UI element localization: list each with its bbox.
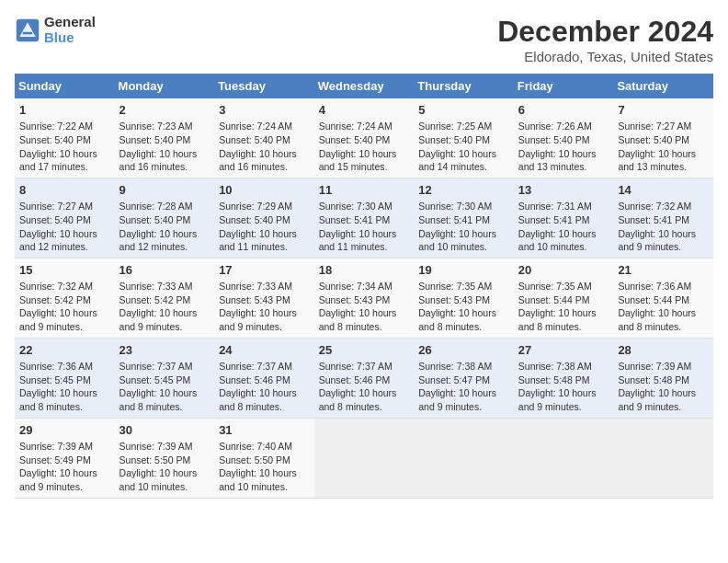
header-sunday: Sunday [15,74,115,98]
calendar-cell [314,418,415,498]
calendar-cell [613,418,713,498]
page-title: December 2024 [497,15,713,49]
logo-text: General Blue [44,15,96,45]
calendar-header: SundayMondayTuesdayWednesdayThursdayFrid… [15,74,713,98]
calendar-body: 1Sunrise: 7:22 AM Sunset: 5:40 PM Daylig… [15,98,713,498]
day-info: Sunrise: 7:35 AM Sunset: 5:43 PM Dayligh… [418,281,496,332]
day-info: Sunrise: 7:35 AM Sunset: 5:44 PM Dayligh… [518,281,597,332]
day-info: Sunrise: 7:30 AM Sunset: 5:41 PM Dayligh… [319,201,397,252]
day-info: Sunrise: 7:36 AM Sunset: 5:45 PM Dayligh… [19,361,97,412]
day-number: 9 [119,182,210,199]
day-info: Sunrise: 7:39 AM Sunset: 5:48 PM Dayligh… [618,361,696,412]
calendar-cell: 19Sunrise: 7:35 AM Sunset: 5:43 PM Dayli… [414,258,514,338]
day-number: 26 [418,342,509,359]
week-row-4: 22Sunrise: 7:36 AM Sunset: 5:45 PM Dayli… [15,338,713,418]
calendar-cell: 9Sunrise: 7:28 AM Sunset: 5:40 PM Daylig… [115,178,215,258]
day-info: Sunrise: 7:32 AM Sunset: 5:42 PM Dayligh… [19,281,97,332]
day-number: 2 [119,102,210,119]
header-thursday: Thursday [414,74,514,98]
day-info: Sunrise: 7:23 AM Sunset: 5:40 PM Dayligh… [119,121,198,172]
calendar-cell: 13Sunrise: 7:31 AM Sunset: 5:41 PM Dayli… [514,178,614,258]
day-info: Sunrise: 7:33 AM Sunset: 5:42 PM Dayligh… [119,281,198,332]
calendar-cell: 10Sunrise: 7:29 AM Sunset: 5:40 PM Dayli… [214,178,314,258]
logo-line2: Blue [44,30,96,46]
day-number: 21 [618,262,709,279]
calendar-cell [414,418,514,498]
calendar-cell: 22Sunrise: 7:36 AM Sunset: 5:45 PM Dayli… [15,338,115,418]
day-number: 18 [319,262,410,279]
day-info: Sunrise: 7:31 AM Sunset: 5:41 PM Dayligh… [518,201,597,252]
day-info: Sunrise: 7:39 AM Sunset: 5:50 PM Dayligh… [119,441,198,492]
week-row-2: 8Sunrise: 7:27 AM Sunset: 5:40 PM Daylig… [15,178,713,258]
header: General Blue December 2024 Eldorado, Tex… [15,15,713,64]
day-info: Sunrise: 7:24 AM Sunset: 5:40 PM Dayligh… [219,121,297,172]
calendar-cell: 8Sunrise: 7:27 AM Sunset: 5:40 PM Daylig… [15,178,115,258]
logo: General Blue [15,15,96,45]
day-number: 12 [418,182,509,199]
calendar-cell: 2Sunrise: 7:23 AM Sunset: 5:40 PM Daylig… [115,98,215,178]
calendar-cell: 30Sunrise: 7:39 AM Sunset: 5:50 PM Dayli… [115,418,215,498]
day-info: Sunrise: 7:28 AM Sunset: 5:40 PM Dayligh… [119,201,198,252]
day-info: Sunrise: 7:38 AM Sunset: 5:48 PM Dayligh… [518,361,597,412]
calendar-cell: 24Sunrise: 7:37 AM Sunset: 5:46 PM Dayli… [214,338,314,418]
day-info: Sunrise: 7:34 AM Sunset: 5:43 PM Dayligh… [319,281,397,332]
day-info: Sunrise: 7:38 AM Sunset: 5:47 PM Dayligh… [418,361,496,412]
day-number: 8 [19,182,110,199]
day-number: 29 [19,422,110,439]
day-info: Sunrise: 7:32 AM Sunset: 5:41 PM Dayligh… [618,201,696,252]
day-number: 25 [319,342,410,359]
calendar-cell: 3Sunrise: 7:24 AM Sunset: 5:40 PM Daylig… [214,98,314,178]
week-row-3: 15Sunrise: 7:32 AM Sunset: 5:42 PM Dayli… [15,258,713,338]
calendar-cell [514,418,614,498]
day-info: Sunrise: 7:22 AM Sunset: 5:40 PM Dayligh… [19,121,97,172]
calendar-cell: 4Sunrise: 7:24 AM Sunset: 5:40 PM Daylig… [314,98,415,178]
day-number: 1 [19,102,110,119]
calendar-cell: 31Sunrise: 7:40 AM Sunset: 5:50 PM Dayli… [214,418,314,498]
day-number: 30 [119,422,210,439]
day-number: 6 [518,102,609,119]
day-number: 17 [219,262,310,279]
calendar-cell: 20Sunrise: 7:35 AM Sunset: 5:44 PM Dayli… [514,258,614,338]
calendar-cell: 27Sunrise: 7:38 AM Sunset: 5:48 PM Dayli… [514,338,614,418]
header-tuesday: Tuesday [214,74,314,98]
week-row-1: 1Sunrise: 7:22 AM Sunset: 5:40 PM Daylig… [15,98,713,178]
calendar-cell: 23Sunrise: 7:37 AM Sunset: 5:45 PM Dayli… [115,338,215,418]
calendar-cell: 12Sunrise: 7:30 AM Sunset: 5:41 PM Dayli… [414,178,514,258]
day-info: Sunrise: 7:26 AM Sunset: 5:40 PM Dayligh… [518,121,597,172]
day-number: 20 [518,262,609,279]
logo-icon [15,17,40,43]
calendar-cell: 29Sunrise: 7:39 AM Sunset: 5:49 PM Dayli… [15,418,115,498]
calendar-cell: 21Sunrise: 7:36 AM Sunset: 5:44 PM Dayli… [613,258,713,338]
calendar-cell: 1Sunrise: 7:22 AM Sunset: 5:40 PM Daylig… [15,98,115,178]
calendar-cell: 5Sunrise: 7:25 AM Sunset: 5:40 PM Daylig… [414,98,514,178]
header-friday: Friday [514,74,614,98]
day-number: 24 [219,342,310,359]
day-number: 16 [119,262,210,279]
day-number: 27 [518,342,609,359]
day-info: Sunrise: 7:25 AM Sunset: 5:40 PM Dayligh… [418,121,496,172]
calendar-cell: 16Sunrise: 7:33 AM Sunset: 5:42 PM Dayli… [115,258,215,338]
day-info: Sunrise: 7:39 AM Sunset: 5:49 PM Dayligh… [19,441,97,492]
calendar-cell: 11Sunrise: 7:30 AM Sunset: 5:41 PM Dayli… [314,178,415,258]
calendar-table: SundayMondayTuesdayWednesdayThursdayFrid… [15,74,713,499]
day-info: Sunrise: 7:33 AM Sunset: 5:43 PM Dayligh… [219,281,297,332]
day-number: 11 [319,182,410,199]
day-number: 13 [518,182,609,199]
day-number: 31 [219,422,310,439]
day-number: 7 [618,102,709,119]
day-number: 22 [19,342,110,359]
day-info: Sunrise: 7:27 AM Sunset: 5:40 PM Dayligh… [618,121,696,172]
header-row: SundayMondayTuesdayWednesdayThursdayFrid… [15,74,713,98]
day-number: 4 [319,102,410,119]
svg-rect-2 [23,31,33,34]
day-info: Sunrise: 7:29 AM Sunset: 5:40 PM Dayligh… [219,201,297,252]
day-info: Sunrise: 7:24 AM Sunset: 5:40 PM Dayligh… [319,121,397,172]
title-area: December 2024 Eldorado, Texas, United St… [497,15,713,64]
calendar-cell: 6Sunrise: 7:26 AM Sunset: 5:40 PM Daylig… [514,98,614,178]
day-number: 10 [219,182,310,199]
day-number: 19 [418,262,509,279]
header-monday: Monday [115,74,215,98]
calendar-cell: 28Sunrise: 7:39 AM Sunset: 5:48 PM Dayli… [613,338,713,418]
calendar-cell: 17Sunrise: 7:33 AM Sunset: 5:43 PM Dayli… [214,258,314,338]
page-subtitle: Eldorado, Texas, United States [497,49,713,64]
